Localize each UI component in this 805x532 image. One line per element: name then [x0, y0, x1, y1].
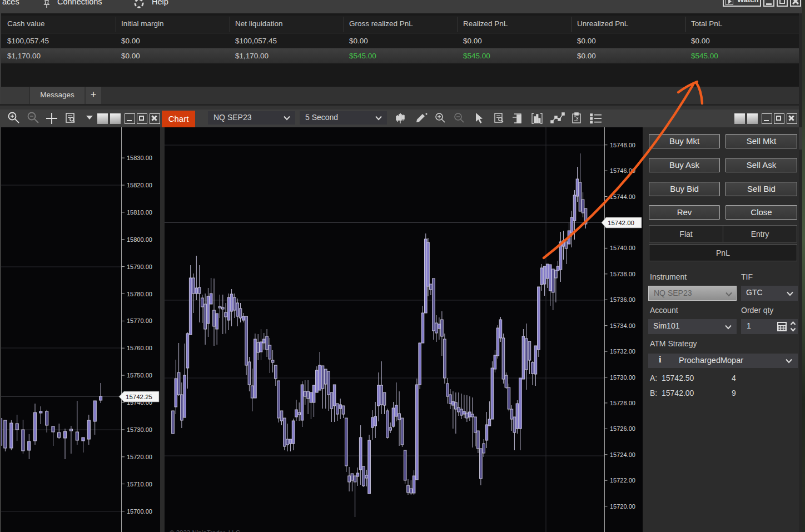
svg-text:15742.00: 15742.00: [608, 220, 634, 226]
svg-text:15742.25: 15742.25: [126, 394, 152, 400]
svg-text:15748.00: 15748.00: [610, 142, 635, 148]
svg-text:15722.00: 15722.00: [610, 477, 635, 484]
svg-text:15738.00: 15738.00: [610, 271, 635, 277]
svg-text:15760.00: 15760.00: [127, 345, 152, 351]
svg-text:15710.00: 15710.00: [127, 481, 152, 488]
svg-text:15700.00: 15700.00: [127, 508, 152, 515]
svg-text:15724.00: 15724.00: [610, 451, 635, 458]
svg-text:15730.00: 15730.00: [610, 374, 635, 381]
svg-text:15790.00: 15790.00: [127, 263, 152, 270]
svg-text:15744.00: 15744.00: [610, 193, 635, 200]
svg-text:15746.00: 15746.00: [610, 167, 635, 174]
svg-text:15726.00: 15726.00: [610, 425, 635, 432]
svg-text:15728.00: 15728.00: [610, 400, 635, 406]
svg-text:15732.00: 15732.00: [610, 348, 635, 355]
svg-text:15820.00: 15820.00: [127, 182, 152, 188]
svg-text:© 2023 NinjaTrader, LLC: © 2023 NinjaTrader, LLC: [170, 529, 240, 532]
svg-text:15736.00: 15736.00: [610, 296, 635, 303]
svg-text:15750.00: 15750.00: [127, 372, 152, 379]
svg-text:15770.00: 15770.00: [127, 317, 152, 324]
svg-text:15720.00: 15720.00: [127, 454, 152, 460]
svg-text:15740.00: 15740.00: [610, 245, 635, 251]
svg-text:15810.00: 15810.00: [127, 209, 152, 216]
svg-text:15720.00: 15720.00: [610, 503, 635, 510]
svg-text:15800.00: 15800.00: [127, 236, 152, 243]
svg-text:15830.00: 15830.00: [127, 155, 152, 161]
svg-text:15730.00: 15730.00: [127, 426, 152, 433]
svg-text:15734.00: 15734.00: [610, 322, 635, 329]
svg-text:15780.00: 15780.00: [127, 291, 152, 297]
